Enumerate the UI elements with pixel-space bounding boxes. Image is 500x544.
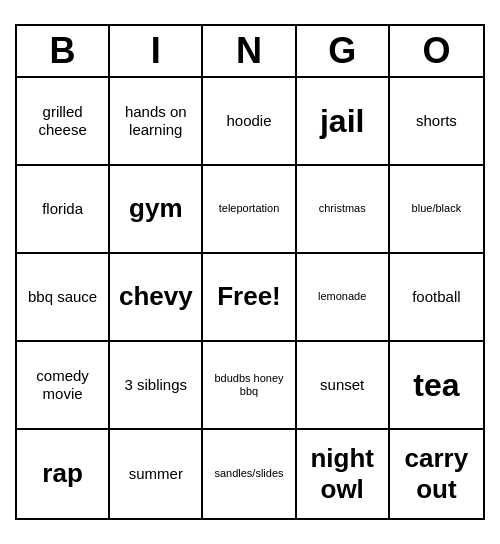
bingo-cell: comedy movie [17, 342, 110, 430]
bingo-cell: tea [390, 342, 483, 430]
header-letter: I [110, 26, 203, 76]
bingo-cell: bdudbs honey bbq [203, 342, 296, 430]
bingo-cell: grilled cheese [17, 78, 110, 166]
bingo-cell: shorts [390, 78, 483, 166]
bingo-cell: rap [17, 430, 110, 518]
bingo-cell: sunset [297, 342, 390, 430]
bingo-cell: sandles/slides [203, 430, 296, 518]
bingo-header: BINGO [17, 26, 483, 78]
header-letter: B [17, 26, 110, 76]
bingo-cell: 3 siblings [110, 342, 203, 430]
bingo-cell: night owl [297, 430, 390, 518]
bingo-cell: lemonade [297, 254, 390, 342]
bingo-cell: Free! [203, 254, 296, 342]
bingo-cell: christmas [297, 166, 390, 254]
header-letter: O [390, 26, 483, 76]
bingo-cell: football [390, 254, 483, 342]
bingo-cell: florida [17, 166, 110, 254]
bingo-cell: chevy [110, 254, 203, 342]
bingo-cell: jail [297, 78, 390, 166]
header-letter: N [203, 26, 296, 76]
bingo-grid: grilled cheesehands on learninghoodiejai… [17, 78, 483, 518]
bingo-cell: blue/black [390, 166, 483, 254]
bingo-cell: bbq sauce [17, 254, 110, 342]
bingo-cell: hoodie [203, 78, 296, 166]
header-letter: G [297, 26, 390, 76]
bingo-cell: gym [110, 166, 203, 254]
bingo-card: BINGO grilled cheesehands on learninghoo… [15, 24, 485, 520]
bingo-cell: carry out [390, 430, 483, 518]
bingo-cell: hands on learning [110, 78, 203, 166]
bingo-cell: summer [110, 430, 203, 518]
bingo-cell: teleportation [203, 166, 296, 254]
